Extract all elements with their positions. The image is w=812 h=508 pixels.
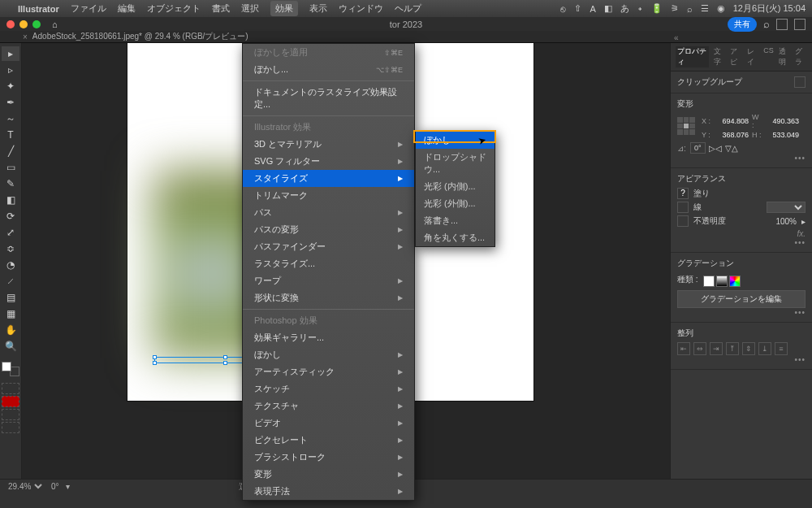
menu-edit[interactable]: 編集	[118, 2, 136, 15]
menu-item-warp[interactable]: ワープ	[243, 272, 414, 289]
menu-item-video[interactable]: ビデオ	[243, 415, 414, 432]
rotate-tool[interactable]: ⟳	[2, 209, 19, 224]
close-window-icon[interactable]	[6, 20, 15, 28]
menu-item-trim-marks[interactable]: トリムマーク	[243, 187, 414, 204]
menu-item-apply-last[interactable]: ぼかしを適用⇧⌘E	[243, 44, 414, 61]
status-icon[interactable]: A	[590, 4, 595, 14]
x-value[interactable]: 694.808	[715, 117, 749, 125]
rectangle-tool[interactable]: ▭	[2, 160, 19, 175]
fill-swatch[interactable]: ?	[677, 188, 689, 199]
status-icon[interactable]: ⇧	[574, 3, 581, 14]
more-options-icon[interactable]: •••	[677, 154, 806, 163]
menu-effect[interactable]: 効果	[270, 1, 298, 16]
menu-help[interactable]: ヘルプ	[395, 2, 421, 15]
eyedropper-tool[interactable]: ⟋	[2, 274, 19, 289]
submenu-item-drop-shadow[interactable]: ドロップシャドウ...	[416, 149, 495, 178]
stroke-swatch[interactable]	[677, 202, 689, 213]
align-buttons[interactable]: ⇤ ⇔ ⇥ ⤒ ⇕ ⤓ ≡	[677, 342, 806, 355]
rotate-view-value[interactable]: 0°	[51, 482, 59, 491]
selection-tool[interactable]: ▸	[2, 46, 19, 61]
zoom-tool[interactable]: 🔍	[2, 339, 19, 354]
menu-item-texture[interactable]: テクスチャ	[243, 397, 414, 415]
panel-menu-icon[interactable]	[794, 76, 806, 88]
home-icon[interactable]: ⌂	[52, 20, 58, 29]
flip-v-icon[interactable]: ▽△	[725, 144, 738, 153]
fx-icon[interactable]: fx.	[677, 229, 806, 238]
fill-stroke-swatch[interactable]	[2, 362, 19, 376]
tab-appearance[interactable]: アピ	[730, 46, 742, 67]
input-icon[interactable]: あ	[620, 2, 629, 15]
reference-point-widget[interactable]	[677, 117, 695, 135]
menu-item-pixelate[interactable]: ピクセレート	[243, 432, 414, 449]
zoom-select[interactable]: 29.4%	[5, 481, 45, 492]
pen-tool[interactable]: ✒	[2, 95, 19, 110]
menu-item-rasterize[interactable]: ラスタライズ...	[243, 255, 414, 272]
more-options-icon[interactable]: •••	[677, 238, 806, 247]
panel-tabs[interactable]: プロパティ 文字 アピ レイ CS 透明 グラ	[671, 43, 812, 72]
paintbrush-tool[interactable]: ✎	[2, 176, 19, 191]
tab-gradient[interactable]: グラ	[795, 46, 807, 67]
more-options-icon[interactable]: •••	[677, 355, 806, 364]
h-value[interactable]: 533.049	[765, 131, 799, 139]
app-name[interactable]: Illustrator	[18, 4, 59, 14]
search-icon[interactable]: ⌕	[687, 4, 693, 14]
control-center-icon[interactable]: ☰	[701, 3, 709, 14]
magic-wand-tool[interactable]: ✦	[2, 79, 19, 93]
wifi-icon[interactable]: ⚞	[671, 3, 679, 14]
menu-item-ps-blur[interactable]: ぼかし	[243, 346, 414, 363]
share-button[interactable]: 共有	[728, 17, 757, 32]
width-tool[interactable]: ≎	[2, 241, 19, 256]
direct-selection-tool[interactable]: ▹	[2, 63, 19, 77]
gradient-type-buttons[interactable]	[703, 276, 741, 287]
scale-tool[interactable]: ⤢	[2, 225, 19, 240]
menu-item-sketch[interactable]: スケッチ	[243, 380, 414, 397]
menu-item-svg-filters[interactable]: SVG フィルター	[243, 153, 414, 170]
tab-transparency[interactable]: 透明	[779, 46, 791, 67]
clock[interactable]: 12月6日(火) 15:04	[733, 2, 806, 15]
align-vcenter-icon[interactable]: ⇕	[742, 342, 755, 355]
w-value[interactable]: 490.363	[765, 117, 799, 125]
submenu-item-scribble[interactable]: 落書き...	[416, 212, 495, 229]
stroke-weight[interactable]	[767, 202, 806, 213]
tab-character[interactable]: 文字	[714, 46, 726, 67]
battery-icon[interactable]: 🔋	[651, 3, 663, 14]
align-hcenter-icon[interactable]: ⇔	[693, 342, 706, 355]
tab-layers[interactable]: レイ	[747, 46, 759, 67]
menu-item-pathfinder[interactable]: パスファインダー	[243, 238, 414, 255]
align-right-icon[interactable]: ⇥	[710, 342, 723, 355]
menu-select[interactable]: 選択	[241, 2, 259, 15]
menu-item-raster-settings[interactable]: ドキュメントのラスタライズ効果設定...	[243, 84, 414, 113]
menu-item-path[interactable]: パス	[243, 204, 414, 221]
type-tool[interactable]: T	[2, 128, 19, 142]
menu-window[interactable]: ウィンドウ	[339, 2, 383, 15]
menu-item-brushstrokes[interactable]: ブラシストローク	[243, 449, 414, 466]
align-bottom-icon[interactable]: ⤓	[758, 342, 771, 355]
opacity-icon[interactable]	[677, 215, 689, 227]
tab-properties[interactable]: プロパティ	[676, 46, 709, 67]
menu-type[interactable]: 書式	[212, 2, 230, 15]
eraser-tool[interactable]: ◧	[2, 193, 19, 207]
menu-item-stylize[interactable]: スタイライズ	[243, 170, 414, 187]
menu-item-ps-distort[interactable]: 変形	[243, 466, 414, 483]
search-icon[interactable]: ⌕	[763, 18, 770, 30]
menu-item-last-effect[interactable]: ぼかし...⌥⇧⌘E	[243, 61, 414, 78]
zoom-window-icon[interactable]	[32, 20, 41, 28]
rotate-value[interactable]: 0°	[690, 142, 706, 154]
workspace-switcher-icon[interactable]	[776, 19, 788, 30]
flip-h-icon[interactable]: ▷◁	[709, 144, 722, 153]
submenu-item-inner-glow[interactable]: 光彩 (内側)...	[416, 178, 495, 195]
arrange-docs-icon[interactable]	[794, 19, 806, 30]
menu-item-convert-shape[interactable]: 形状に変換	[243, 289, 414, 306]
tab-cs[interactable]: CS	[763, 46, 774, 67]
artboard-tool[interactable]: ▦	[2, 306, 19, 321]
align-top-icon[interactable]: ⤒	[726, 342, 739, 355]
stylize-submenu[interactable]: ぼかし... ドロップシャドウ... 光彩 (内側)... 光彩 (外側)...…	[415, 131, 495, 247]
menu-item-artistic[interactable]: アーティスティック	[243, 363, 414, 380]
menu-object[interactable]: オブジェクト	[147, 2, 201, 15]
y-value[interactable]: 368.076	[715, 131, 749, 139]
menu-file[interactable]: ファイル	[71, 2, 106, 15]
hand-tool[interactable]: ✋	[2, 323, 19, 337]
align-left-icon[interactable]: ⇤	[677, 342, 690, 355]
line-tool[interactable]: ╱	[2, 144, 19, 158]
screen-mode-icons[interactable]	[2, 383, 19, 433]
